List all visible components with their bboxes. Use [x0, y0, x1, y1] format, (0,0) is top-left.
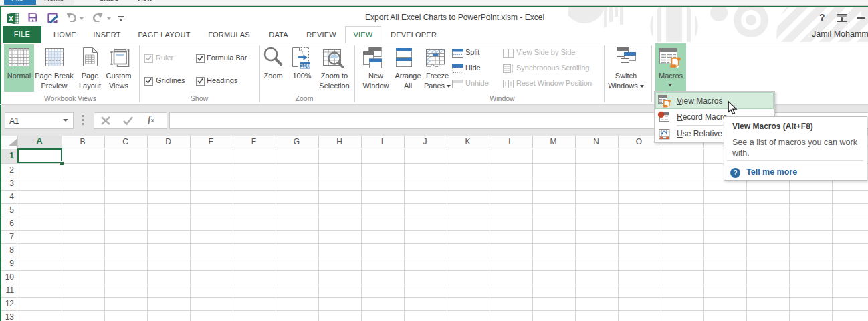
- svg-text:?: ?: [733, 169, 737, 177]
- svg-text:100: 100: [300, 62, 310, 69]
- svg-text:X: X: [9, 15, 14, 23]
